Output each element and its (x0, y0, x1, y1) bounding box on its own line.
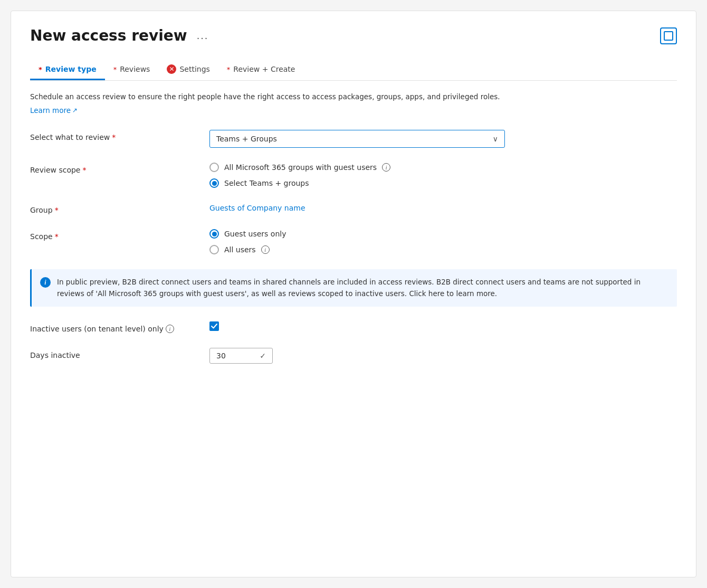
inactive-users-info-icon[interactable]: i (166, 325, 174, 333)
radio-outer-all-ms365 (209, 163, 219, 172)
radio-inner-select-teams (212, 181, 217, 186)
inactive-users-control (209, 321, 677, 331)
tabs: * Review type * Reviews ✕ Settings * Rev… (30, 59, 677, 81)
header-left: New access review ... (30, 27, 212, 44)
days-inactive-label: Days inactive (30, 348, 209, 359)
tab-review-create-label: Review + Create (233, 65, 295, 73)
tab-review-type[interactable]: * Review type (30, 60, 105, 80)
group-label: Group * (30, 203, 209, 214)
radio-outer-all-users (209, 245, 219, 254)
tab-required-star-1: * (39, 65, 42, 73)
tab-reviews[interactable]: * Reviews (105, 60, 159, 80)
group-control: Guests of Company name (209, 203, 677, 213)
radio-label-all-ms365: All Microsoft 365 groups with guest user… (224, 163, 377, 172)
select-what-label: Select what to review * (30, 130, 209, 141)
header-row: New access review ... (30, 27, 677, 44)
scope-radio-group: Guest users only All users i (209, 229, 677, 254)
select-what-control: Teams + Groups ∨ (209, 130, 677, 148)
chevron-down-icon: ∨ (493, 135, 498, 143)
radio-inner-guest-users-only (212, 232, 217, 236)
select-what-value: Teams + Groups (216, 135, 277, 143)
radio-guest-users-only[interactable]: Guest users only (209, 229, 677, 239)
group-link[interactable]: Guests of Company name (209, 204, 305, 212)
scope-control: Guest users only All users i (209, 229, 677, 254)
info-banner-icon: i (40, 277, 51, 288)
page-title: New access review (30, 27, 187, 44)
tab-reviews-label: Reviews (120, 65, 150, 73)
info-banner-text: In public preview, B2B direct connect us… (57, 277, 668, 299)
form-section: Select what to review * Teams + Groups ∨… (30, 130, 677, 364)
tab-review-create[interactable]: * Review + Create (218, 60, 304, 80)
select-what-row: Select what to review * Teams + Groups ∨ (30, 130, 677, 148)
inactive-users-label: Inactive users (on tenant level) only i (30, 321, 209, 333)
radio-label-guest-users-only: Guest users only (224, 230, 286, 238)
tab-review-type-label: Review type (45, 65, 97, 73)
radio-outer-select-teams (209, 178, 219, 188)
scope-row: Scope * Guest users only All users i (30, 229, 677, 254)
scan-icon[interactable] (660, 27, 677, 44)
ellipsis-button[interactable]: ... (194, 27, 212, 44)
select-what-dropdown[interactable]: Teams + Groups ∨ (209, 130, 505, 148)
tab-required-star-2: * (113, 65, 117, 73)
checkmark-icon (211, 323, 217, 329)
page-container: New access review ... * Review type * Re… (11, 11, 696, 577)
days-inactive-control: 30 ✓ (209, 348, 677, 364)
all-users-info-icon[interactable]: i (261, 245, 270, 254)
radio-all-users[interactable]: All users i (209, 245, 677, 254)
all-ms365-info-icon[interactable]: i (382, 163, 390, 172)
radio-label-select-teams: Select Teams + groups (224, 179, 309, 187)
days-inactive-input[interactable]: 30 ✓ (209, 348, 273, 364)
inactive-users-checkbox[interactable] (209, 321, 219, 331)
days-checkmark-icon: ✓ (260, 352, 266, 360)
learn-more-link[interactable]: Learn more (30, 106, 78, 115)
tab-settings-label: Settings (179, 65, 209, 73)
review-scope-row: Review scope * All Microsoft 365 groups … (30, 163, 677, 188)
description-text: Schedule an access review to ensure the … (30, 91, 677, 102)
review-scope-radio-group: All Microsoft 365 groups with guest user… (209, 163, 677, 188)
days-inactive-value: 30 (216, 352, 226, 360)
radio-select-teams[interactable]: Select Teams + groups (209, 178, 677, 188)
days-inactive-row: Days inactive 30 ✓ (30, 348, 677, 364)
tab-required-star-4: * (227, 65, 231, 73)
radio-all-ms365[interactable]: All Microsoft 365 groups with guest user… (209, 163, 677, 172)
scope-label: Scope * (30, 229, 209, 241)
group-row: Group * Guests of Company name (30, 203, 677, 214)
settings-error-icon: ✕ (167, 64, 176, 74)
inactive-users-checkbox-item (209, 321, 677, 331)
inactive-users-row: Inactive users (on tenant level) only i (30, 321, 677, 333)
review-scope-control: All Microsoft 365 groups with guest user… (209, 163, 677, 188)
tab-settings[interactable]: ✕ Settings (158, 59, 218, 81)
radio-outer-guest-users-only (209, 229, 219, 239)
review-scope-label: Review scope * (30, 163, 209, 174)
info-banner: i In public preview, B2B direct connect … (30, 269, 677, 307)
radio-label-all-users: All users (224, 245, 256, 254)
